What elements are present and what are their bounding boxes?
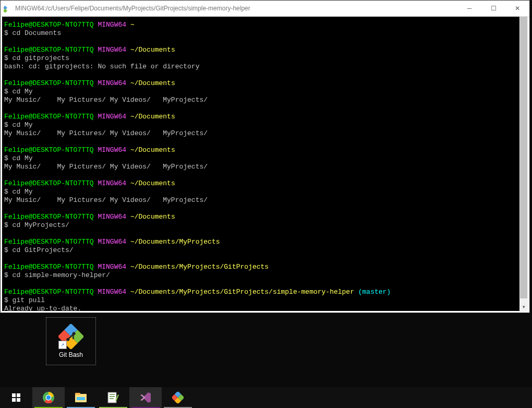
minimize-button[interactable]: ─	[457, 1, 481, 16]
desktop-icon-git-bash[interactable]: ↗ Git Bash	[46, 317, 96, 365]
prompt-path: ~/Documents	[130, 79, 175, 87]
app-icon	[4, 4, 12, 13]
prompt-env: MINGW64	[98, 21, 126, 29]
prompt-path: ~/Documents/MyProjects/GitProjects/simpl…	[130, 288, 354, 296]
vertical-scrollbar[interactable]: ▴ ▾	[519, 17, 528, 311]
git-bash-icon: ↗	[58, 324, 83, 349]
start-button[interactable]	[0, 387, 32, 408]
prompt-user: Felipe@DESKTOP-NTO7TTQ	[4, 46, 94, 54]
prompt-env: MINGW64	[98, 213, 126, 221]
taskbar-visualstudio[interactable]	[129, 387, 162, 408]
prompt-path: ~/Documents	[130, 46, 175, 54]
prompt-path: ~/Documents	[130, 113, 175, 121]
svg-rect-15	[17, 398, 20, 402]
prompt-user: Felipe@DESKTOP-NTO7TTQ	[4, 79, 94, 87]
svg-rect-21	[75, 393, 80, 395]
prompt-user: Felipe@DESKTOP-NTO7TTQ	[4, 21, 94, 29]
prompt-path: ~/Documents/MyProjects/GitProjects	[130, 263, 269, 271]
svg-rect-2	[4, 8, 7, 13]
taskbar-explorer[interactable]	[65, 387, 97, 408]
prompt-user: Felipe@DESKTOP-NTO7TTQ	[4, 263, 94, 271]
prompt-env: MINGW64	[98, 263, 126, 271]
prompt-env: MINGW64	[98, 288, 126, 296]
taskbar-notepadpp[interactable]	[97, 387, 129, 408]
prompt-path: ~/Documents	[130, 146, 175, 154]
close-button[interactable]: ✕	[505, 1, 529, 16]
desktop-icon-label: Git Bash	[59, 351, 83, 358]
svg-rect-23	[108, 392, 116, 403]
svg-rect-22	[77, 397, 85, 400]
titlebar[interactable]: MINGW64:/c/Users/Felipe/Documents/MyProj…	[1, 1, 529, 17]
maximize-button[interactable]: ☐	[481, 1, 505, 16]
prompt-path: ~/Documents	[130, 179, 175, 187]
prompt-env: MINGW64	[98, 238, 126, 246]
shortcut-overlay-icon: ↗	[58, 341, 67, 349]
prompt-user: Felipe@DESKTOP-NTO7TTQ	[4, 288, 94, 296]
prompt-user: Felipe@DESKTOP-NTO7TTQ	[4, 238, 94, 246]
prompt-env: MINGW64	[98, 46, 126, 54]
svg-rect-13	[17, 393, 20, 397]
terminal-output[interactable]: Felipe@DESKTOP-NTO7TTQ MINGW64 ~$ cd Doc…	[2, 17, 519, 311]
command-output: My Music/ My Pictures/ My Videos/ MyProj…	[4, 96, 517, 104]
taskbar-gitbash[interactable]	[162, 387, 194, 408]
svg-rect-14	[12, 398, 16, 402]
svg-rect-11	[72, 333, 74, 339]
prompt-user: Felipe@DESKTOP-NTO7TTQ	[4, 113, 94, 121]
command-line: $ cd simple-memory-helper/	[4, 271, 517, 280]
svg-point-19	[46, 395, 51, 400]
command-line: $ cd My	[4, 188, 517, 196]
prompt-user: Felipe@DESKTOP-NTO7TTQ	[4, 146, 94, 154]
prompt-user: Felipe@DESKTOP-NTO7TTQ	[4, 213, 94, 221]
prompt-env: MINGW64	[98, 146, 126, 154]
command-line: $ cd My	[4, 121, 517, 129]
command-line: $ cd Documents	[4, 29, 517, 38]
taskbar	[0, 387, 532, 408]
prompt-path: ~	[130, 21, 135, 29]
taskbar-chrome[interactable]	[32, 387, 65, 408]
command-output: Already up-to-date.	[4, 305, 517, 311]
prompt-path: ~/Documents/MyProjects	[130, 238, 220, 246]
git-bash-window: MINGW64:/c/Users/Felipe/Documents/MyProj…	[0, 0, 530, 313]
svg-rect-1	[4, 6, 4, 10]
prompt-branch: (master)	[358, 288, 391, 296]
command-line: $ cd gitprojects	[4, 54, 517, 63]
command-output: My Music/ My Pictures/ My Videos/ MyProj…	[4, 129, 517, 138]
command-output: My Music/ My Pictures/ My Videos/ MyProj…	[4, 163, 517, 171]
window-controls: ─ ☐ ✕	[457, 1, 529, 16]
scroll-down-arrow[interactable]: ▾	[519, 303, 528, 311]
prompt-env: MINGW64	[98, 113, 126, 121]
command-line: $ git pull	[4, 296, 517, 305]
prompt-env: MINGW64	[98, 179, 126, 187]
prompt-env: MINGW64	[98, 79, 126, 87]
prompt-path: ~/Documents	[130, 213, 175, 221]
scrollbar-thumb[interactable]	[520, 17, 527, 298]
command-line: $ cd MyProjects/	[4, 221, 517, 230]
svg-rect-12	[12, 393, 16, 397]
command-line: $ cd My	[4, 154, 517, 163]
window-title: MINGW64:/c/Users/Felipe/Documents/MyProj…	[15, 5, 457, 12]
command-line: $ cd My	[4, 88, 517, 96]
prompt-user: Felipe@DESKTOP-NTO7TTQ	[4, 179, 94, 187]
command-output: bash: cd: gitprojects: No such file or d…	[4, 63, 517, 71]
command-line: $ cd GitProjects/	[4, 246, 517, 255]
command-output: My Music/ My Pictures/ My Videos/ MyProj…	[4, 196, 517, 205]
